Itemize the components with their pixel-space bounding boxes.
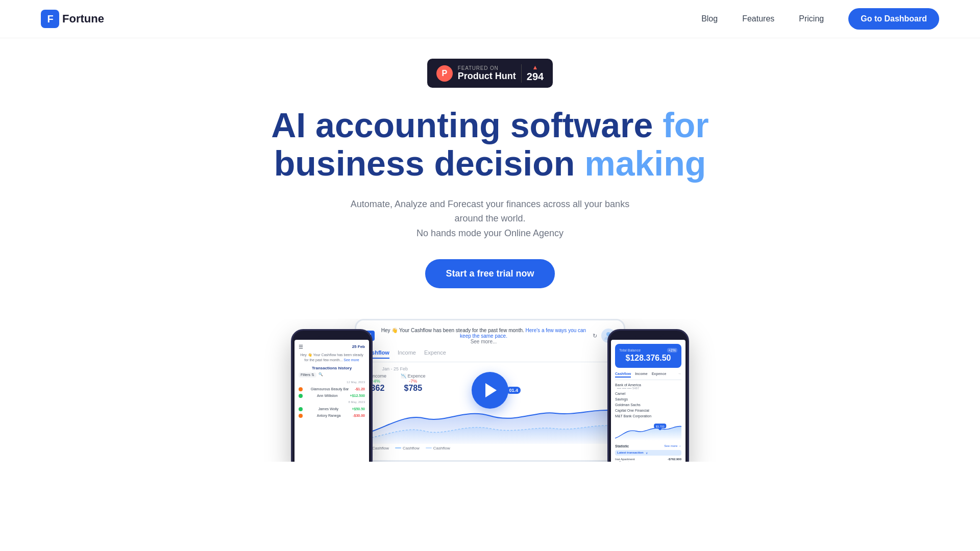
dot-icon-1 xyxy=(299,387,303,391)
right-tab-cashflow[interactable]: Cashflow xyxy=(615,372,631,378)
bank-name-cof: Capital One Financial xyxy=(615,409,649,412)
balance-card: Total Balance +2% $128.376.50 xyxy=(615,344,681,368)
chart-legend: Cashflow Cashflow Cashflow xyxy=(364,446,616,450)
hero-headline: AI accounting software for business deci… xyxy=(271,106,709,183)
bank-name-gs: Goldman Sachs xyxy=(615,403,641,407)
hero-subtext: Automate, Analyze and Forecast your fina… xyxy=(337,197,643,241)
txn-name-4: Antory Ranega xyxy=(305,414,353,417)
phone-filters: Filters ⇅ 🔍 xyxy=(299,372,365,378)
latest-transaction-label: Latest transaction xyxy=(617,451,644,454)
devices-section: ☰ 25 Feb Hey 👋 Your Cashflow has been st… xyxy=(10,319,970,462)
play-icon xyxy=(485,383,497,397)
txn-name-3: James Wolly xyxy=(305,407,352,411)
phone-notch-left xyxy=(316,331,347,337)
logo-icon: F xyxy=(41,10,59,28)
bank-item-gs: Goldman Sachs xyxy=(615,403,681,407)
devices-wrapper: ☰ 25 Feb Hey 👋 Your Cashflow has been st… xyxy=(311,319,669,462)
latest-transaction-badge: Latest transaction ∨ xyxy=(615,450,681,456)
hero-section: P FEATURED ON Product Hunt ▲ 294 AI acco… xyxy=(0,38,980,462)
nav-links: Blog Features Pricing Go to Dashboard xyxy=(701,8,939,30)
logo-link[interactable]: F Fortune xyxy=(41,10,104,28)
svg-text:$3,700: $3,700 xyxy=(656,425,665,428)
right-txn-1: Inst Apartment Property -$762.900 xyxy=(615,458,681,462)
headline-part3: business decision xyxy=(274,144,584,183)
logo-text: Fortune xyxy=(62,12,104,26)
filter-badge-filters[interactable]: Filters ⇅ xyxy=(299,372,316,378)
transaction-list-left: 12 May, 2023 Glamourous Beauty Bar -$1.2… xyxy=(299,381,365,418)
nav-pricing[interactable]: Pricing xyxy=(799,14,824,23)
txn-date-1: 12 May, 2023 xyxy=(299,381,365,384)
trial-cta-button[interactable]: Start a free trial now xyxy=(425,259,554,288)
tab-income[interactable]: Income xyxy=(398,349,416,359)
bank-num-boa: •••• •••• •••• 5487 xyxy=(615,387,641,390)
txn-name-1: Glamourous Beauty Bar xyxy=(305,387,355,391)
tablet-frame: F Hey 👋 Your Cashflow has been steady fo… xyxy=(355,319,625,462)
statistic-row: Statistic See more → xyxy=(615,444,681,448)
bank-item-cof: Capital One Financial xyxy=(615,409,681,412)
navbar: F Fortune Blog Features Pricing Go to Da… xyxy=(0,0,980,38)
phone-right: Total Balance +2% $128.376.50 Cashflow I… xyxy=(607,329,689,462)
product-hunt-name: Product Hunt xyxy=(458,71,516,82)
nav-features[interactable]: Features xyxy=(742,14,774,23)
right-tab-income[interactable]: Income xyxy=(635,372,648,378)
bank-item-savings: Savings xyxy=(615,397,681,401)
tablet-message: Hey 👋 Your Cashflow has been steady for … xyxy=(379,328,589,344)
dashboard-button[interactable]: Go to Dashboard xyxy=(848,8,939,30)
hamburger-icon: ☰ xyxy=(299,344,303,349)
txn-item-4: Antory Ranega -$30.00 xyxy=(299,414,365,418)
balance-label: Total Balance xyxy=(619,348,641,352)
product-hunt-badge[interactable]: P FEATURED ON Product Hunt ▲ 294 xyxy=(427,59,553,88)
tab-expence[interactable]: Expence xyxy=(424,349,446,359)
product-hunt-count-group: ▲ 294 xyxy=(527,64,544,83)
dropdown-icon: ∨ xyxy=(646,451,648,455)
bank-name-camel: Camel xyxy=(615,392,625,395)
balance-amount: $128.376.50 xyxy=(619,354,677,363)
refresh-icon: ↻ xyxy=(593,333,597,339)
bank-name-mtb: M&T Bank Corporation xyxy=(615,414,651,418)
product-hunt-text: FEATURED ON Product Hunt xyxy=(458,65,516,82)
tablet-tabs: Cashflow Income Expence xyxy=(364,349,616,362)
phone-right-screen: Total Balance +2% $128.376.50 Cashflow I… xyxy=(611,340,685,462)
headline-part1: AI accounting software xyxy=(271,106,663,144)
see-more-statistic[interactable]: See more → xyxy=(664,444,681,447)
tablet-stat-expence: 📉 Expence -7% $785 xyxy=(401,373,426,393)
headline-part4: making xyxy=(584,144,706,183)
headline-part2: for xyxy=(663,106,709,144)
nav-blog[interactable]: Blog xyxy=(701,14,718,23)
txn-amount-1: -$1.20 xyxy=(355,387,365,391)
mini-cashflow-chart: $3,700 xyxy=(615,421,681,441)
product-hunt-count: 294 xyxy=(527,71,544,83)
dot-icon-2 xyxy=(299,394,303,398)
filter-search-icon: 🔍 xyxy=(318,372,323,378)
txn-item-1: Glamourous Beauty Bar -$1.20 xyxy=(299,387,365,391)
play-time: 01.4 xyxy=(506,387,521,394)
txn-amount-2: +$12.500 xyxy=(350,394,365,397)
balance-change: +2% xyxy=(667,348,677,353)
txn-name-2: Ann Williston xyxy=(305,394,350,397)
bank-name-boa: Bank of America xyxy=(615,383,641,387)
phone-greeting-left: Hey 👋 Your Cashflow has been steady for … xyxy=(299,353,365,363)
txn-date-2: 8 May, 2023 xyxy=(299,400,365,404)
hero-subtext-line2: No hands mode your Online Agency xyxy=(416,228,564,238)
txn-amount-3: +$50.50 xyxy=(352,407,365,411)
featured-on-label: FEATURED ON xyxy=(458,65,499,71)
bank-item-boa: Bank of America •••• •••• •••• 5487 xyxy=(615,383,681,390)
txn-amount-4: -$30.00 xyxy=(353,414,365,417)
bank-item-camel: Camel xyxy=(615,392,681,395)
right-tab-expence[interactable]: Expence xyxy=(652,372,667,378)
tablet-stat-jan: Jan - 25 Feb 📈 Income +4% $362 📉 Expence… xyxy=(364,366,426,393)
right-transaction-list: Inst Apartment Property -$762.900 Inst A… xyxy=(615,458,681,462)
phone-date-left: 25 Feb xyxy=(352,344,365,349)
txn-amount-right-1: -$762.900 xyxy=(668,458,681,462)
product-hunt-icon: P xyxy=(436,65,453,82)
right-tab-arrow: → xyxy=(678,372,681,378)
statistic-label: Statistic xyxy=(615,444,629,448)
badge-divider xyxy=(521,64,522,83)
txn-cat-right-1: Property xyxy=(615,461,635,462)
txn-item-3: James Wolly +$50.50 xyxy=(299,407,365,411)
phone-right-tabs: Cashflow Income Expence → xyxy=(615,372,681,380)
phone-left: ☰ 25 Feb Hey 👋 Your Cashflow has been st… xyxy=(291,329,373,462)
phone-left-screen: ☰ 25 Feb Hey 👋 Your Cashflow has been st… xyxy=(295,340,369,462)
dot-icon-3 xyxy=(299,407,303,411)
play-button[interactable]: 01.4 xyxy=(472,372,508,409)
